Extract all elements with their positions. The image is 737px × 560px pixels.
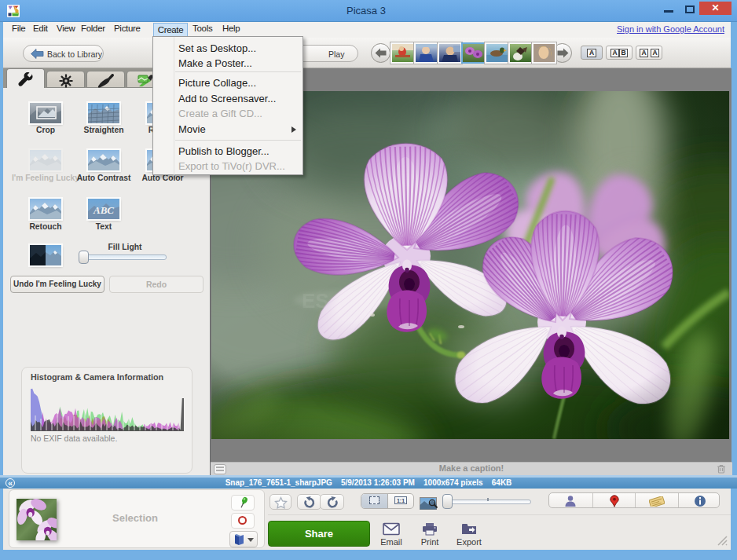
svg-text:ABC: ABC <box>93 204 114 216</box>
